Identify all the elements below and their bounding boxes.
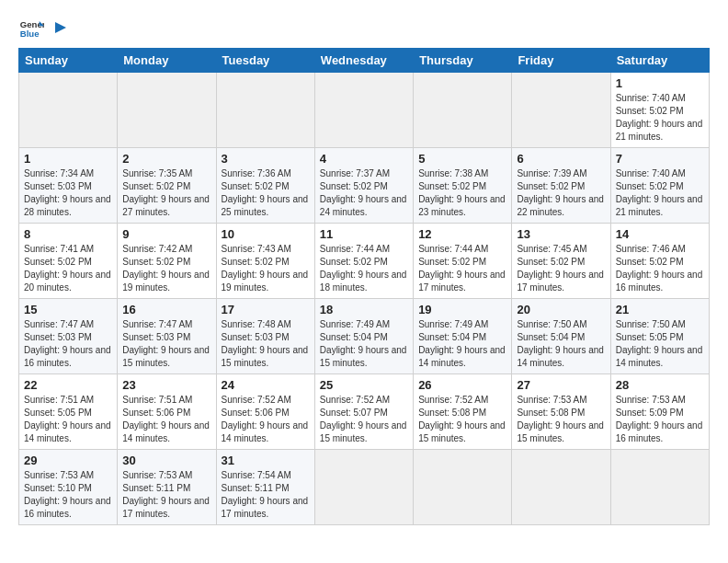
- calendar-week-2: 8Sunrise: 7:41 AMSunset: 5:02 PMDaylight…: [19, 224, 710, 299]
- calendar-week-3: 15Sunrise: 7:47 AMSunset: 5:03 PMDayligh…: [19, 299, 710, 374]
- calendar-cell: 9Sunrise: 7:42 AMSunset: 5:02 PMDaylight…: [118, 224, 216, 299]
- calendar-cell: [512, 73, 610, 148]
- calendar-cell: [414, 450, 512, 525]
- calendar-cell: 1Sunrise: 7:40 AMSunset: 5:02 PMDaylight…: [610, 73, 709, 148]
- day-details: Sunrise: 7:51 AMSunset: 5:06 PMDaylight:…: [122, 395, 210, 443]
- calendar-cell: 15Sunrise: 7:47 AMSunset: 5:03 PMDayligh…: [19, 299, 118, 374]
- day-number: 16: [122, 303, 210, 316]
- calendar-cell: 6Sunrise: 7:39 AMSunset: 5:02 PMDaylight…: [512, 148, 610, 224]
- day-details: Sunrise: 7:43 AMSunset: 5:02 PMDaylight:…: [222, 244, 309, 293]
- calendar-cell: 24Sunrise: 7:52 AMSunset: 5:06 PMDayligh…: [216, 374, 314, 450]
- calendar-cell: 28Sunrise: 7:53 AMSunset: 5:09 PMDayligh…: [610, 374, 709, 450]
- logo: General Blue: [18, 15, 70, 40]
- calendar-cell: 25Sunrise: 7:52 AMSunset: 5:07 PMDayligh…: [314, 374, 413, 450]
- day-number: 8: [24, 227, 112, 241]
- day-header-wednesday: Wednesday: [314, 49, 413, 73]
- day-details: Sunrise: 7:52 AMSunset: 5:06 PMDaylight:…: [222, 395, 309, 443]
- day-details: Sunrise: 7:52 AMSunset: 5:07 PMDaylight:…: [320, 395, 407, 443]
- day-number: 6: [517, 152, 605, 166]
- calendar-cell: [118, 73, 216, 148]
- day-number: 11: [320, 227, 408, 241]
- calendar-cell: 16Sunrise: 7:47 AMSunset: 5:03 PMDayligh…: [118, 299, 216, 374]
- calendar-cell: [610, 450, 709, 525]
- calendar-cell: [314, 73, 413, 148]
- day-details: Sunrise: 7:45 AMSunset: 5:02 PMDaylight:…: [517, 244, 604, 293]
- day-header-monday: Monday: [118, 49, 216, 73]
- calendar-cell: 7Sunrise: 7:40 AMSunset: 5:02 PMDaylight…: [610, 148, 709, 224]
- calendar-cell: 8Sunrise: 7:41 AMSunset: 5:02 PMDaylight…: [19, 224, 118, 299]
- calendar-cell: 14Sunrise: 7:46 AMSunset: 5:02 PMDayligh…: [610, 224, 709, 299]
- day-header-friday: Friday: [512, 49, 610, 73]
- day-number: 26: [418, 378, 506, 392]
- calendar-table: SundayMondayTuesdayWednesdayThursdayFrid…: [18, 48, 710, 525]
- calendar-cell: 22Sunrise: 7:51 AMSunset: 5:05 PMDayligh…: [19, 374, 118, 450]
- day-details: Sunrise: 7:47 AMSunset: 5:03 PMDaylight:…: [24, 319, 111, 368]
- svg-marker-3: [55, 22, 66, 33]
- day-details: Sunrise: 7:35 AMSunset: 5:02 PMDaylight:…: [122, 168, 210, 217]
- day-header-saturday: Saturday: [610, 49, 709, 73]
- header: General Blue: [18, 15, 710, 40]
- day-details: Sunrise: 7:48 AMSunset: 5:03 PMDaylight:…: [222, 319, 309, 368]
- day-details: Sunrise: 7:47 AMSunset: 5:03 PMDaylight:…: [122, 319, 210, 368]
- day-number: 7: [616, 152, 704, 166]
- header-row: SundayMondayTuesdayWednesdayThursdayFrid…: [19, 49, 710, 73]
- day-details: Sunrise: 7:36 AMSunset: 5:02 PMDaylight:…: [222, 168, 309, 217]
- day-details: Sunrise: 7:44 AMSunset: 5:02 PMDaylight:…: [320, 244, 407, 293]
- day-number: 21: [616, 303, 704, 316]
- calendar-cell: 1Sunrise: 7:34 AMSunset: 5:03 PMDaylight…: [19, 148, 118, 224]
- day-details: Sunrise: 7:41 AMSunset: 5:02 PMDaylight:…: [24, 244, 111, 293]
- day-details: Sunrise: 7:53 AMSunset: 5:10 PMDaylight:…: [24, 470, 111, 519]
- svg-text:Blue: Blue: [20, 29, 40, 39]
- calendar-cell: 19Sunrise: 7:49 AMSunset: 5:04 PMDayligh…: [414, 299, 512, 374]
- day-number: 12: [418, 227, 506, 241]
- day-number: 19: [418, 303, 506, 316]
- day-number: 23: [122, 378, 210, 392]
- calendar-cell: [512, 450, 610, 525]
- calendar-cell: 27Sunrise: 7:53 AMSunset: 5:08 PMDayligh…: [512, 374, 610, 450]
- day-details: Sunrise: 7:46 AMSunset: 5:02 PMDaylight:…: [616, 244, 703, 293]
- calendar-cell: 30Sunrise: 7:53 AMSunset: 5:11 PMDayligh…: [118, 450, 216, 525]
- day-details: Sunrise: 7:49 AMSunset: 5:04 PMDaylight:…: [418, 319, 506, 368]
- day-header-thursday: Thursday: [414, 49, 512, 73]
- calendar-cell: 29Sunrise: 7:53 AMSunset: 5:10 PMDayligh…: [19, 450, 118, 525]
- day-details: Sunrise: 7:34 AMSunset: 5:03 PMDaylight:…: [24, 168, 111, 217]
- calendar-cell: 17Sunrise: 7:48 AMSunset: 5:03 PMDayligh…: [216, 299, 314, 374]
- calendar-cell: 10Sunrise: 7:43 AMSunset: 5:02 PMDayligh…: [216, 224, 314, 299]
- day-number: 30: [122, 454, 210, 467]
- day-details: Sunrise: 7:53 AMSunset: 5:09 PMDaylight:…: [616, 395, 703, 443]
- day-number: 27: [517, 378, 605, 392]
- calendar-cell: 26Sunrise: 7:52 AMSunset: 5:08 PMDayligh…: [414, 374, 512, 450]
- day-number: 17: [222, 303, 310, 316]
- calendar-week-4: 22Sunrise: 7:51 AMSunset: 5:05 PMDayligh…: [19, 374, 710, 450]
- day-number: 15: [24, 303, 112, 316]
- calendar-cell: 12Sunrise: 7:44 AMSunset: 5:02 PMDayligh…: [414, 224, 512, 299]
- day-number: 9: [122, 227, 210, 241]
- calendar-cell: 18Sunrise: 7:49 AMSunset: 5:04 PMDayligh…: [314, 299, 413, 374]
- calendar-cell: 23Sunrise: 7:51 AMSunset: 5:06 PMDayligh…: [118, 374, 216, 450]
- day-details: Sunrise: 7:38 AMSunset: 5:02 PMDaylight:…: [418, 168, 506, 217]
- calendar-cell: 11Sunrise: 7:44 AMSunset: 5:02 PMDayligh…: [314, 224, 413, 299]
- day-number: 5: [418, 152, 506, 166]
- calendar-week-1: 1Sunrise: 7:34 AMSunset: 5:03 PMDaylight…: [19, 148, 710, 224]
- calendar-cell: 21Sunrise: 7:50 AMSunset: 5:05 PMDayligh…: [610, 299, 709, 374]
- calendar-cell: 4Sunrise: 7:37 AMSunset: 5:02 PMDaylight…: [314, 148, 413, 224]
- day-number: 22: [24, 378, 112, 392]
- day-number: 3: [222, 152, 310, 166]
- day-details: Sunrise: 7:53 AMSunset: 5:08 PMDaylight:…: [517, 395, 604, 443]
- calendar-cell: 20Sunrise: 7:50 AMSunset: 5:04 PMDayligh…: [512, 299, 610, 374]
- calendar-cell: 13Sunrise: 7:45 AMSunset: 5:02 PMDayligh…: [512, 224, 610, 299]
- day-number: 4: [320, 152, 408, 166]
- day-details: Sunrise: 7:37 AMSunset: 5:02 PMDaylight:…: [320, 168, 407, 217]
- calendar-cell: 3Sunrise: 7:36 AMSunset: 5:02 PMDaylight…: [216, 148, 314, 224]
- day-details: Sunrise: 7:52 AMSunset: 5:08 PMDaylight:…: [418, 395, 506, 443]
- calendar-week-5: 29Sunrise: 7:53 AMSunset: 5:10 PMDayligh…: [19, 450, 710, 525]
- day-number: 28: [616, 378, 704, 392]
- day-header-sunday: Sunday: [19, 49, 118, 73]
- day-number: 29: [24, 454, 112, 467]
- day-details: Sunrise: 7:49 AMSunset: 5:04 PMDaylight:…: [320, 319, 407, 368]
- logo-icon: General Blue: [18, 15, 44, 40]
- day-number: 18: [320, 303, 408, 316]
- day-details: Sunrise: 7:40 AMSunset: 5:02 PMDaylight:…: [616, 168, 703, 217]
- calendar-cell: [414, 73, 512, 148]
- calendar-cell: [314, 450, 413, 525]
